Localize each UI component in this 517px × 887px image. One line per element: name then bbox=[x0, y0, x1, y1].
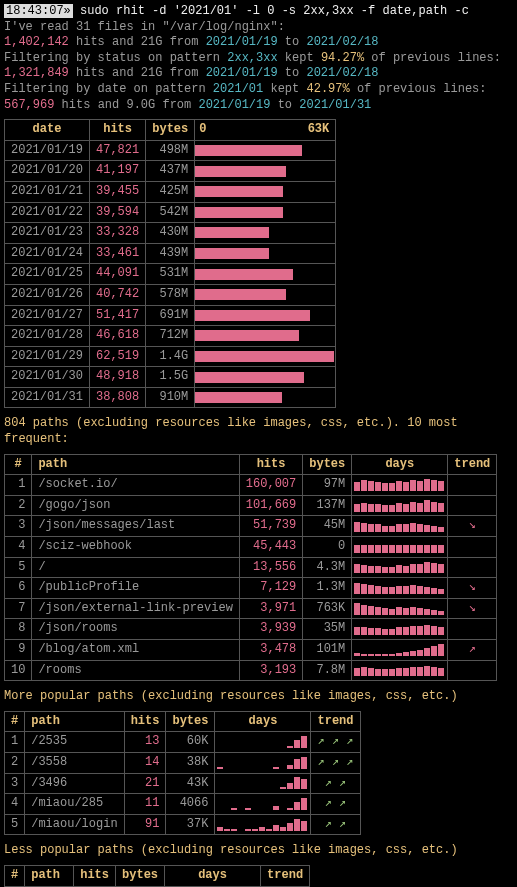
cell-date: 2021/01/21 bbox=[5, 181, 90, 202]
cell-hits: 13 bbox=[124, 732, 166, 753]
table-row: 1/25351360K↗ ↗ ↗ bbox=[5, 732, 361, 753]
cell-n: 2 bbox=[5, 495, 32, 516]
table-row: 2021/01/2041,197437M bbox=[5, 161, 336, 182]
cell-date: 2021/01/20 bbox=[5, 161, 90, 182]
cell-hits: 3,478 bbox=[239, 640, 302, 661]
cell-hits: 48,918 bbox=[90, 367, 146, 388]
table-row: 2021/01/2640,742578M bbox=[5, 284, 336, 305]
cell-trend: ↘ bbox=[448, 578, 497, 599]
cell-spark bbox=[352, 578, 448, 599]
col-bytes: bytes bbox=[146, 120, 195, 141]
table-row: 2021/01/2962,5191.4G bbox=[5, 346, 336, 367]
cell-spark bbox=[352, 598, 448, 619]
read-files-line: I've read 31 files in "/var/log/nginx": bbox=[4, 20, 513, 36]
table-row: 4/miaou/285114066↗ ↗ bbox=[5, 794, 361, 815]
cell-n: 2 bbox=[5, 752, 25, 773]
cell-bytes: 763K bbox=[303, 598, 352, 619]
cell-date: 2021/01/26 bbox=[5, 284, 90, 305]
cell-path: /sciz-webhook bbox=[32, 537, 239, 558]
cell-bytes: 910M bbox=[146, 387, 195, 408]
cell-date: 2021/01/28 bbox=[5, 326, 90, 347]
table-row: 1/socket.io/160,00797M bbox=[5, 475, 497, 496]
table-row: 8/json/rooms3,93935M bbox=[5, 619, 497, 640]
more-section-title: More popular paths (excluding resources … bbox=[4, 689, 513, 705]
cell-path: /json/messages/last bbox=[32, 516, 239, 537]
cell-date: 2021/01/29 bbox=[5, 346, 90, 367]
table-row: 2021/01/2333,328430M bbox=[5, 223, 336, 244]
cell-bytes: 45M bbox=[303, 516, 352, 537]
cell-bytes: 542M bbox=[146, 202, 195, 223]
cell-bytes: 430M bbox=[146, 223, 195, 244]
cell-spark bbox=[215, 752, 311, 773]
cell-trend bbox=[448, 475, 497, 496]
cell-bytes: 439M bbox=[146, 243, 195, 264]
cell-n: 7 bbox=[5, 598, 32, 619]
table-row: 2/gogo/json101,669137M bbox=[5, 495, 497, 516]
cell-spark bbox=[215, 732, 311, 753]
cell-bar bbox=[195, 181, 336, 202]
summary-line-2: 1,321,849 hits and 21G from 2021/01/19 t… bbox=[4, 66, 513, 82]
cell-bytes: 1.4G bbox=[146, 346, 195, 367]
cell-bar bbox=[195, 202, 336, 223]
cell-hits: 13,556 bbox=[239, 557, 302, 578]
table-row: 3/json/messages/last51,73945M↘ bbox=[5, 516, 497, 537]
table-row: 10/rooms3,1937.8M bbox=[5, 660, 497, 681]
cell-path: /miaou/285 bbox=[25, 794, 124, 815]
table-row: 5/miaou/login9137K↗ ↗ bbox=[5, 814, 361, 835]
cell-hits: 11 bbox=[124, 794, 166, 815]
cell-n: 1 bbox=[5, 475, 32, 496]
cell-bar bbox=[195, 326, 336, 347]
cell-spark bbox=[215, 773, 311, 794]
cell-date: 2021/01/27 bbox=[5, 305, 90, 326]
cell-hits: 38,808 bbox=[90, 387, 146, 408]
cell-spark bbox=[352, 475, 448, 496]
cell-hits: 3,939 bbox=[239, 619, 302, 640]
cell-n: 3 bbox=[5, 516, 32, 537]
cell-bar bbox=[195, 387, 336, 408]
table-row: 5/13,5564.3M bbox=[5, 557, 497, 578]
summary-line-3: 567,969 hits and 9.0G from 2021/01/19 to… bbox=[4, 98, 513, 114]
table-row: 2021/01/2544,091531M bbox=[5, 264, 336, 285]
table-row: 2021/01/2433,461439M bbox=[5, 243, 336, 264]
filter-date-line: Filtering by date on pattern 2021/01 kep… bbox=[4, 82, 513, 98]
cell-hits: 41,197 bbox=[90, 161, 146, 182]
cell-bar bbox=[195, 367, 336, 388]
cell-bar bbox=[195, 284, 336, 305]
cell-bytes: 38K bbox=[166, 752, 215, 773]
table-row: 2021/01/2139,455425M bbox=[5, 181, 336, 202]
cell-bar bbox=[195, 161, 336, 182]
table-row: 2021/01/2239,594542M bbox=[5, 202, 336, 223]
cell-trend: ↗ ↗ ↗ bbox=[311, 752, 360, 773]
cell-hits: 7,129 bbox=[239, 578, 302, 599]
cell-trend: ↗ ↗ bbox=[311, 773, 360, 794]
cell-path: /rooms bbox=[32, 660, 239, 681]
cell-n: 5 bbox=[5, 557, 32, 578]
cell-bytes: 137M bbox=[303, 495, 352, 516]
dates-table: date hits bytes 063K 2021/01/1947,821498… bbox=[4, 119, 336, 408]
table-row: 6/publicProfile7,1291.3M↘ bbox=[5, 578, 497, 599]
cell-n: 6 bbox=[5, 578, 32, 599]
filter-status-line: Filtering by status on pattern 2xx,3xx k… bbox=[4, 51, 513, 67]
prompt-time: 18:43:07» bbox=[4, 4, 73, 18]
cell-n: 8 bbox=[5, 619, 32, 640]
cell-path: /miaou/login bbox=[25, 814, 124, 835]
cell-hits: 62,519 bbox=[90, 346, 146, 367]
cell-hits: 3,193 bbox=[239, 660, 302, 681]
more-table: # path hits bytes days trend 1/25351360K… bbox=[4, 711, 361, 836]
cell-spark bbox=[215, 794, 311, 815]
cell-bytes: 712M bbox=[146, 326, 195, 347]
cell-trend: ↘ bbox=[448, 598, 497, 619]
paths-section-title: 804 paths (excluding resources like imag… bbox=[4, 416, 513, 447]
less-table: # path hits bytes days trend 1/366791415… bbox=[4, 865, 310, 887]
paths-table: # path hits bytes days trend 1/socket.io… bbox=[4, 454, 497, 682]
table-row: 2021/01/2751,417691M bbox=[5, 305, 336, 326]
cell-date: 2021/01/23 bbox=[5, 223, 90, 244]
cell-hits: 39,594 bbox=[90, 202, 146, 223]
table-row: 3/34962143K↗ ↗ bbox=[5, 773, 361, 794]
cell-bytes: 425M bbox=[146, 181, 195, 202]
cell-path: /3558 bbox=[25, 752, 124, 773]
cell-bytes: 0 bbox=[303, 537, 352, 558]
cell-date: 2021/01/22 bbox=[5, 202, 90, 223]
cell-trend: ↗ ↗ bbox=[311, 814, 360, 835]
cell-path: /3496 bbox=[25, 773, 124, 794]
